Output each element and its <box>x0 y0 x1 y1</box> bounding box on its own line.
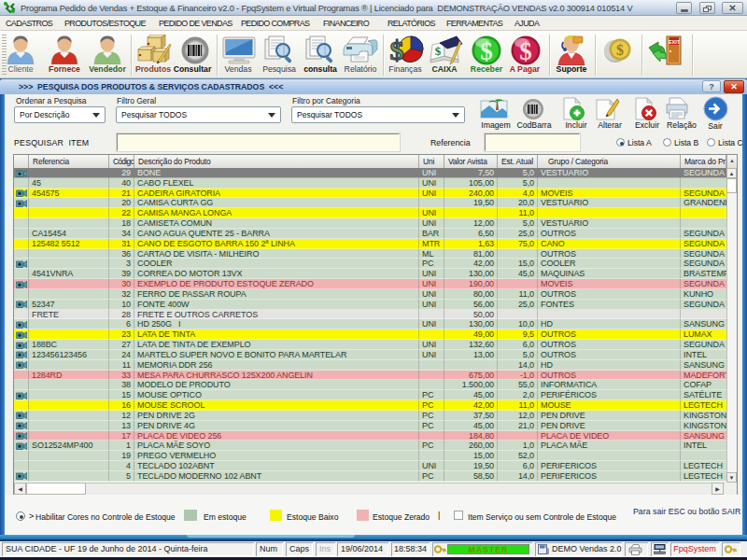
svg-text:EXIT: EXIT <box>669 39 681 45</box>
svg-text:$: $ <box>435 44 442 58</box>
svg-text:$: $ <box>390 35 404 65</box>
svg-text:$: $ <box>480 37 493 65</box>
svg-text:$: $ <box>519 37 532 65</box>
svg-text:$: $ <box>616 42 624 58</box>
